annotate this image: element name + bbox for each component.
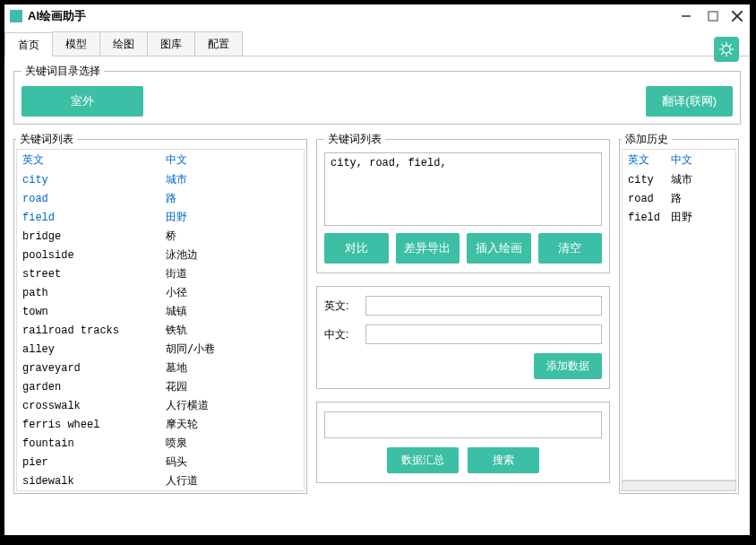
hist-col-zh[interactable]: 中文 [666,150,735,170]
cell-en: field [17,208,160,227]
cell-zh: 路 [160,189,304,208]
keyword-table: 英文 中文 city城市road路field田野bridge桥poolside泳… [17,150,304,491]
cell-zh: 路 [666,189,735,208]
cell-en: pier [17,453,160,471]
app-icon [10,10,22,22]
table-row[interactable]: railroad tracks铁轨 [17,321,304,340]
window-title: AI绘画助手 [28,8,676,24]
keyword-dir-legend: 关键词目录选择 [21,64,104,79]
table-row[interactable]: crosswalk人行横道 [17,396,304,415]
cell-zh: 墓地 [160,359,304,377]
table-row[interactable]: road路 [17,189,304,208]
cell-en: fountain [17,434,160,453]
cell-en: railroad tracks [17,321,160,340]
cell-zh: 胡同/小巷 [160,340,304,359]
table-row[interactable]: fountain喷泉 [17,434,304,453]
table-row[interactable]: street街道 [17,264,304,283]
maximize-button[interactable] [708,11,718,22]
table-row[interactable]: path小径 [17,283,304,302]
app-window: AI绘画助手 首页模型绘图图库配置 关键词目录选择 室外 翻译(联网) 关键词列… [4,4,751,536]
cell-zh: 人行道 [160,471,304,490]
table-row[interactable]: field田野 [17,208,304,227]
tab-3[interactable]: 图库 [147,31,195,56]
cell-zh: 花园 [160,377,304,396]
table-row[interactable]: ferris wheel摩天轮 [17,415,304,434]
cell-en: street [17,264,160,283]
col-header-zh[interactable]: 中文 [160,150,304,170]
search-fieldset: 数据汇总 搜索 [316,402,610,483]
search-textarea[interactable] [324,411,602,438]
cell-zh: 码头 [160,490,304,491]
insert-draw-button[interactable]: 插入绘画 [467,233,531,264]
cell-en: city [623,170,666,189]
cell-en: ferris wheel [17,415,160,434]
table-row[interactable]: sidewalk人行道 [17,471,304,490]
keyword-list-legend: 关键词列表 [16,132,77,147]
table-row[interactable]: garden花园 [17,377,304,396]
cell-zh: 城镇 [160,302,304,321]
cell-en: road [17,189,160,208]
cell-en: graveyard [17,359,160,377]
cell-zh: 田野 [666,208,735,227]
keyword-table-scroll[interactable]: 英文 中文 city城市road路field田野bridge桥poolside泳… [16,149,305,491]
tab-2[interactable]: 绘图 [99,31,148,56]
tab-1[interactable]: 模型 [52,31,100,56]
tab-0[interactable]: 首页 [4,32,53,56]
table-row[interactable]: field田野 [623,208,735,227]
en-input[interactable] [365,296,602,316]
tab-content-home: 关键词目录选择 室外 翻译(联网) 关键词列表 英文 中文 ci [4,56,750,508]
table-row[interactable]: dock码头 [17,490,304,491]
cell-zh: 铁轨 [160,321,304,340]
hist-col-en[interactable]: 英文 [623,150,666,170]
table-row[interactable]: city城市 [623,170,735,189]
zh-input-label: 中文: [324,327,365,342]
tab-bar: 首页模型绘图图库配置 [4,31,750,56]
cell-zh: 田野 [160,208,304,227]
table-row[interactable]: alley胡同/小巷 [17,340,304,359]
history-table-scroll[interactable]: 英文 中文 city城市road路field田野 [622,149,736,480]
cell-en: sidewalk [17,471,160,490]
translate-online-button[interactable]: 翻译(联网) [646,86,733,117]
table-row[interactable]: bridge桥 [17,227,304,246]
add-data-button[interactable]: 添加数据 [534,353,602,379]
openai-logo-icon [714,37,739,62]
table-row[interactable]: town城镇 [17,302,304,321]
selected-keywords-textarea[interactable]: city, road, field, [324,152,602,226]
close-button[interactable] [730,9,744,23]
cell-en: poolside [17,246,160,264]
cell-en: dock [17,490,160,491]
cell-en: garden [17,377,160,396]
diff-export-button[interactable]: 差异导出 [396,233,460,264]
history-legend: 添加历史 [622,132,672,147]
table-row[interactable]: graveyard墓地 [17,359,304,377]
clear-button[interactable]: 清空 [538,233,603,264]
history-table: 英文 中文 city城市road路field田野 [623,150,735,227]
titlebar: AI绘画助手 [4,4,750,28]
col-header-en[interactable]: 英文 [17,150,160,170]
cell-en: path [17,283,160,302]
search-button[interactable]: 搜索 [468,447,539,473]
table-row[interactable]: city城市 [17,170,304,189]
keyword-dir-fieldset: 关键词目录选择 室外 翻译(联网) [13,64,741,125]
category-outdoor-button[interactable]: 室外 [21,86,143,117]
cell-zh: 泳池边 [160,246,304,264]
cell-zh: 城市 [666,170,735,189]
tab-4[interactable]: 配置 [194,31,243,56]
selected-keywords-fieldset: 关键词列表 city, road, field, 对比 差异导出 插入绘画 清空 [316,132,610,273]
table-row[interactable]: pier码头 [17,453,304,471]
compare-button[interactable]: 对比 [324,233,389,264]
cell-en: alley [17,340,160,359]
table-row[interactable]: poolside泳池边 [17,246,304,264]
cell-zh: 小径 [160,283,304,302]
data-summary-button[interactable]: 数据汇总 [387,447,459,473]
keyword-list-fieldset: 关键词列表 英文 中文 city城市road路field田野bridge桥poo… [13,132,307,494]
cell-en: crosswalk [17,396,160,415]
window-controls [676,8,744,24]
table-row[interactable]: road路 [623,189,735,208]
en-input-label: 英文: [324,298,365,314]
zh-input[interactable] [365,324,602,344]
cell-en: city [17,170,160,189]
add-data-fieldset: 英文: 中文: 添加数据 [316,286,610,389]
minimize-button[interactable] [676,8,696,24]
history-hscroll[interactable] [622,480,736,491]
